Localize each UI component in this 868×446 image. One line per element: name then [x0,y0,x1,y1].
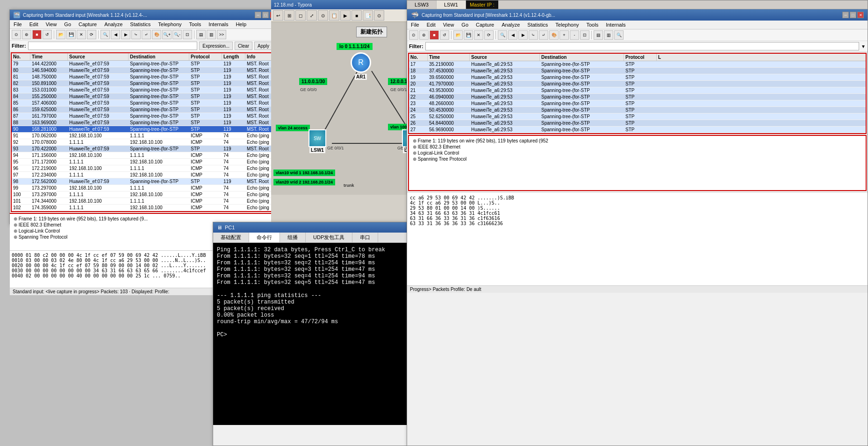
topo-tool-stop[interactable]: ■ [352,10,362,21]
r-packet-row[interactable]: 2756.9690000HuaweiTe_a6:29:53Spanning-tr… [409,127,866,133]
r-toolbar-zoomnormal[interactable]: ⊡ [580,30,589,40]
menu-help[interactable]: Help [234,21,248,28]
packet-row[interactable]: 95171.1720001.1.1.1192.168.10.100ICMP74E… [12,159,278,165]
r-menu-capture[interactable]: Capture [474,21,496,28]
tab-lsw3[interactable]: LSW3 [407,0,437,9]
r-packet-row[interactable]: 2348.2660000HuaweiTe_a6:29:53Spanning-tr… [409,100,866,107]
packet-row[interactable]: 85157.406000HuaweiTe_ef:07:59Spanning-tr… [12,100,278,106]
menu-file[interactable]: File [12,21,24,28]
packet-row[interactable]: 86159.625000HuaweiTe_ef:07:59Spanning-tr… [12,106,278,113]
r-menu-statistics[interactable]: Statistics [525,21,550,28]
packet-row[interactable]: 80146.594000HuaweiTe_ef:07:59Spanning-tr… [12,67,278,74]
r-toolbar-next[interactable]: ▶ [518,30,528,40]
packet-row[interactable]: 87161.797000HuaweiTe_ef:07:59Spanning-tr… [12,113,278,120]
ws-right-close[interactable]: ✕ [857,12,864,18]
packet-row[interactable]: 97172.2340001.1.1.1192.168.10.100ICMP74E… [12,172,278,178]
r-toolbar-save[interactable]: 💾 [464,30,473,40]
menu-tools[interactable]: Tools [187,21,203,28]
topo-tool-7[interactable]: ▶ [340,10,351,21]
r-packet-row[interactable]: 1939.6560000HuaweiTe_a6:29:53Spanning-tr… [409,74,866,81]
topo-tool-9[interactable]: ⊙ [374,10,384,21]
menu-telephony[interactable]: Telephony [156,21,183,28]
toolbar-open[interactable]: 📂 [56,30,65,39]
r-packet-row[interactable]: 2450.4530000HuaweiTe_a6:29:53Spanning-tr… [409,107,866,113]
r-packet-row[interactable]: 1735.2190000HuaweiTe_a6:29:53Spanning-tr… [409,61,866,68]
packet-row[interactable]: 99173.297000192.168.10.1001.1.1.1ICMP74E… [12,185,278,191]
toolbar-pane2[interactable]: ▥ [207,30,216,39]
r-packet-row[interactable]: 1837.4530000HuaweiTe_a6:29:53Spanning-tr… [409,68,866,74]
topo-tool-6[interactable]: 📋 [329,10,339,21]
r-toolbar-open[interactable]: 📂 [453,30,463,40]
packet-row[interactable]: 93170.422000HuaweiTe_ef:07:59Spanning-tr… [12,146,278,152]
toolbar-prev[interactable]: ◀ [111,30,120,39]
menu-edit[interactable]: Edit [28,21,40,28]
topo-tool-5[interactable]: ⊙ [318,10,328,21]
r-menu-tools[interactable]: Tools [585,21,601,28]
toolbar-save[interactable]: 💾 [66,30,76,39]
toolbar-color[interactable]: 🎨 [152,30,161,39]
packet-row[interactable]: 90168.281000HuaweiTe_ef:07:59Spanning-tr… [12,126,278,133]
packet-row[interactable]: 94171.156000192.168.10.1001.1.1.1ICMP74E… [12,152,278,159]
packet-row[interactable]: 81148.750000HuaweiTe_ef:07:59Spanning-tr… [12,74,278,80]
filter-input[interactable] [28,42,198,50]
r-toolbar-color[interactable]: 🎨 [549,30,559,40]
tab-udp-tool[interactable]: UDP发包工具 [306,233,352,242]
packet-row[interactable]: 100173.2970001.1.1.1192.168.10.100ICMP74… [12,191,278,198]
r-toolbar-zoomin[interactable]: + [560,30,569,40]
menu-statistics[interactable]: Statistics [128,21,152,28]
packet-row[interactable]: 84155.250000HuaweiTe_ef:07:59Spanning-tr… [12,93,278,100]
r-toolbar-restart[interactable]: ↺ [440,30,449,40]
toolbar-btn-1[interactable]: ⊙ [12,30,21,39]
r-toolbar-2[interactable]: ⊚ [419,30,429,40]
tab-serial[interactable]: 串口 [352,233,378,242]
toolbar-next[interactable]: ▶ [121,30,130,39]
minimize-button[interactable]: ─ [255,12,261,18]
r-packet-row[interactable]: 2143.9530000HuaweiTe_a6:29:53Spanning-tr… [409,87,866,94]
apply-button[interactable]: Apply [254,42,273,50]
r-toolbar-1[interactable]: ⊙ [409,30,418,40]
r-filter-dropdown[interactable]: ▼ [861,44,866,49]
toolbar-reload[interactable]: ⟳ [87,30,96,39]
r-packet-row[interactable]: 2041.7970000HuaweiTe_a6:29:53Spanning-tr… [409,81,866,87]
r-toolbar-jump2[interactable]: ⤶ [539,30,548,40]
tab-lsw1[interactable]: LSW1 [437,0,466,9]
packet-row[interactable]: 79144.422000HuaweiTe_ef:07:59Spanning-tr… [12,61,278,67]
expression-button[interactable]: Expression... [199,42,233,50]
r-toolbar-reload[interactable]: ⟳ [484,30,494,40]
toolbar-close[interactable]: ✕ [77,30,86,39]
ws-right-minimize[interactable]: ─ [842,12,849,18]
toolbar-overflow[interactable]: >> [217,30,226,39]
packet-row[interactable]: 88163.969000HuaweiTe_ef:07:59Spanning-tr… [12,120,278,126]
r-toolbar-search2[interactable]: 🔍 [614,30,624,40]
topo-tool-3[interactable]: ◻ [295,10,306,21]
tab-multicast[interactable]: 组播 [280,233,306,242]
r-toolbar-close2[interactable]: ✕ [474,30,483,40]
toolbar-search[interactable]: 🔍 [100,30,110,39]
clear-button[interactable]: Clear [235,42,252,50]
r-toolbar-zoomout[interactable]: - [570,30,579,40]
tab-command-line[interactable]: 命令行 [249,233,280,242]
r-filter-input[interactable] [425,42,860,50]
packet-row[interactable]: 83153.031000HuaweiTe_ef:07:59Spanning-tr… [12,87,278,93]
packet-row[interactable]: 101174.344000192.168.10.1001.1.1.1ICMP74… [12,198,278,205]
r-menu-telephony[interactable]: Telephony [553,21,581,28]
detail-frame[interactable]: Frame 1: 119 bytes on wire (952 bits), 1… [12,216,278,222]
r-menu-file[interactable]: File [409,21,421,28]
r-detail-llc[interactable]: Logical-Link Control [411,150,864,156]
toolbar-zoom-out[interactable]: 🔍- [172,30,182,39]
r-toolbar-jump1[interactable]: ⤷ [529,30,538,40]
toolbar-stop[interactable]: ■ [32,30,42,39]
r-detail-stp[interactable]: Spanning Tree Protocol [411,156,864,162]
packet-row[interactable]: 91170.062000192.168.10.1001.1.1.1ICMP74E… [12,133,278,139]
toolbar-restart[interactable]: ↺ [43,30,52,39]
r-menu-go[interactable]: Go [459,21,470,28]
toolbar-jump2[interactable]: ⤶ [142,30,151,39]
topo-tool-4[interactable]: ⤢ [307,10,317,21]
toolbar-jump[interactable]: ⤷ [131,30,141,39]
toolbar-pane1[interactable]: ▤ [196,30,206,39]
restore-button[interactable]: □ [262,12,269,18]
topo-tool-2[interactable]: ⊞ [284,10,294,21]
toolbar-zoom-normal[interactable]: ⊡ [183,30,192,39]
r-packet-row[interactable]: 2552.6250000HuaweiTe_a6:29:53Spanning-tr… [409,113,866,120]
ws-right-restore[interactable]: □ [850,12,856,18]
